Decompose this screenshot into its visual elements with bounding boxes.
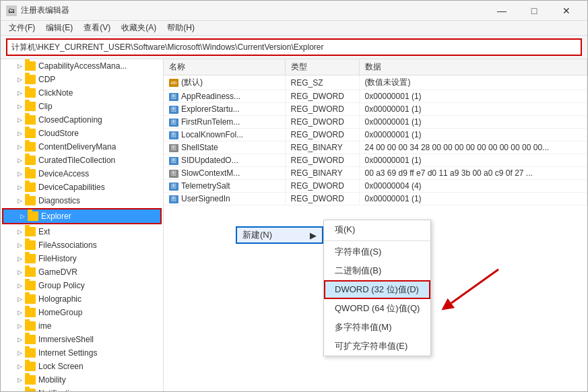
tree-label: ClickNote <box>38 88 73 98</box>
expand-icon: ▷ <box>14 168 25 179</box>
reg-icon-dword: 图 <box>169 131 178 139</box>
table-row[interactable]: 图TelemetrySalt REG_DWORD 0x00000004 (4) <box>164 180 587 193</box>
expand-icon: ▷ <box>14 253 25 264</box>
reg-icon-dword: 图 <box>169 157 178 165</box>
folder-icon <box>25 196 36 205</box>
tree-item-cloudstore[interactable]: ▷ CloudStore <box>1 127 163 140</box>
expand-icon: ▷ <box>14 334 25 345</box>
folder-icon <box>25 294 36 304</box>
table-row[interactable]: 图ExplorerStartu... REG_DWORD 0x00000001 … <box>164 103 587 116</box>
folder-icon <box>25 335 36 344</box>
folder-icon <box>25 142 36 152</box>
tree-label: Holographic <box>38 294 81 304</box>
tree-label: Group Policy <box>38 281 85 290</box>
tree-label: Diagnostics <box>38 196 80 205</box>
main-content: ▷ CapabilityAccessMana... ▷ CDP ▷ ClickN… <box>1 59 587 391</box>
tree-item-clip[interactable]: ▷ Clip <box>1 100 163 113</box>
address-bar[interactable]: 计算机\HKEY_CURRENT_USER\Software\Microsoft… <box>6 38 582 56</box>
minimize-button[interactable]: — <box>486 1 517 21</box>
menu-help[interactable]: 帮助(H) <box>162 21 200 35</box>
window-controls: — □ ✕ <box>486 1 582 21</box>
address-path: 计算机\HKEY_CURRENT_USER\Software\Microsoft… <box>11 42 323 53</box>
menu-file[interactable]: 文件(F) <box>3 21 40 35</box>
table-row[interactable]: 图UserSignedIn REG_DWORD 0x00000001 (1) <box>164 193 587 205</box>
folder-icon <box>25 375 36 385</box>
expand-icon: ▷ <box>14 374 25 385</box>
reg-icon-dword: 图 <box>169 195 178 203</box>
folder-icon <box>25 115 36 125</box>
tree-item-immersiveshell[interactable]: ▷ ImmersiveShell <box>1 333 163 346</box>
reg-icon-dword: 图 <box>169 119 178 127</box>
window-title: 注册表编辑器 <box>21 5 486 16</box>
tree-label: ContentDeliveryMana <box>38 142 116 152</box>
folder-icon <box>25 267 36 277</box>
tree-item-grouppolicy[interactable]: ▷ Group Policy <box>1 279 163 292</box>
tree-label: HomeGroup <box>38 308 82 317</box>
tree-label: GameDVR <box>38 267 77 277</box>
folder-icon <box>25 129 36 138</box>
tree-item-notifications[interactable]: ▷ Notifications <box>1 387 163 391</box>
tree-item-fileassociations[interactable]: ▷ FileAssociations <box>1 238 163 252</box>
tree-label: CDP <box>38 75 55 84</box>
table-row[interactable]: 图AppReadiness... REG_DWORD 0x00000001 (1… <box>164 90 587 103</box>
tree-item-gamedvr[interactable]: ▷ GameDVR <box>1 265 163 279</box>
tree-item-lockscreen[interactable]: ▷ Lock Screen <box>1 360 163 373</box>
tree-item-homegroup[interactable]: ▷ HomeGroup <box>1 306 163 319</box>
expand-icon: ▷ <box>14 240 25 251</box>
tree-item-internetsettings[interactable]: ▷ Internet Settings <box>1 346 163 360</box>
tree-label: Mobility <box>38 375 66 385</box>
menu-favorites[interactable]: 收藏夹(A) <box>116 21 162 35</box>
tree-item-curatedtilecollection[interactable]: ▷ CuratedTileCollection <box>1 154 163 167</box>
folder-icon <box>25 281 36 290</box>
tree-item-capabilityaccessmana[interactable]: ▷ CapabilityAccessMana... <box>1 59 163 73</box>
maximize-button[interactable]: □ <box>519 1 550 21</box>
expand-icon: ▷ <box>14 348 25 358</box>
expand-icon: ▷ <box>14 321 25 331</box>
tree-item-contentdeliverymana[interactable]: ▷ ContentDeliveryMana <box>1 140 163 154</box>
tree-item-holographic[interactable]: ▷ Holographic <box>1 292 163 306</box>
tree-item-cdp[interactable]: ▷ CDP <box>1 73 163 86</box>
title-bar: 🗂 注册表编辑器 — □ ✕ <box>1 1 587 21</box>
tree-item-deviceaccess[interactable]: ▷ DeviceAccess <box>1 167 163 181</box>
tree-item-filehistory[interactable]: ▷ FileHistory <box>1 252 163 265</box>
tree-label: DeviceAccess <box>38 169 89 178</box>
table-row[interactable]: 图ShellState REG_BINARY 24 00 00 00 34 28… <box>164 141 587 154</box>
tree-item-closedcaptioning[interactable]: ▷ ClosedCaptioning <box>1 113 163 127</box>
registry-editor-window: 🗂 注册表编辑器 — □ ✕ 文件(F) 编辑(E) 查看(V) 收藏夹(A) … <box>0 0 588 392</box>
table-row[interactable]: ab(默认) REG_SZ (数值未设置) <box>164 75 587 90</box>
folder-icon <box>25 362 36 371</box>
tree-item-ext[interactable]: ▷ Ext <box>1 225 163 238</box>
reg-icon-dword: 图 <box>169 93 178 101</box>
tree-item-explorer[interactable]: ▷ Explorer <box>3 209 160 223</box>
reg-icon-binary: 图 <box>169 144 178 152</box>
tree-label: Explorer <box>41 211 71 221</box>
table-row[interactable]: 图SlowContextM... REG_BINARY 00 a3 69 d9 … <box>164 167 587 180</box>
table-row[interactable]: 图SIDUpdatedO... REG_DWORD 0x00000001 (1) <box>164 154 587 167</box>
tree-label: CuratedTileCollection <box>38 156 115 165</box>
expand-icon: ▷ <box>14 115 25 125</box>
col-data: 数据 <box>359 59 587 75</box>
tree-item-mobility[interactable]: ▷ Mobility <box>1 373 163 387</box>
expand-icon: ▷ <box>14 88 25 98</box>
tree-item-clicknote[interactable]: ▷ ClickNote <box>1 86 163 100</box>
folder-icon <box>25 389 36 391</box>
table-row[interactable]: 图LocalKnownFol... REG_DWORD 0x00000001 (… <box>164 129 587 141</box>
reg-icon-binary: 图 <box>169 170 178 178</box>
tree-label: Internet Settings <box>38 348 97 358</box>
tree-label: CloudStore <box>38 129 79 138</box>
expand-icon: ▷ <box>14 182 25 193</box>
expand-icon: ▷ <box>14 155 25 166</box>
folder-icon <box>25 75 36 84</box>
tree-item-diagnostics[interactable]: ▷ Diagnostics <box>1 194 163 207</box>
close-button[interactable]: ✕ <box>551 1 582 21</box>
tree-item-devicecapabilities[interactable]: ▷ DeviceCapabilities <box>1 181 163 194</box>
folder-icon <box>25 348 36 358</box>
menu-edit[interactable]: 编辑(E) <box>40 21 78 35</box>
folder-icon <box>25 183 36 192</box>
tree-item-ime[interactable]: ▷ ime <box>1 319 163 333</box>
expand-icon: ▷ <box>14 280 25 291</box>
menu-view[interactable]: 查看(V) <box>78 21 116 35</box>
table-row[interactable]: 图FirstRunTelem... REG_DWORD 0x00000001 (… <box>164 116 587 129</box>
expand-icon: ▷ <box>14 267 25 277</box>
expand-icon: ▷ <box>14 388 25 391</box>
